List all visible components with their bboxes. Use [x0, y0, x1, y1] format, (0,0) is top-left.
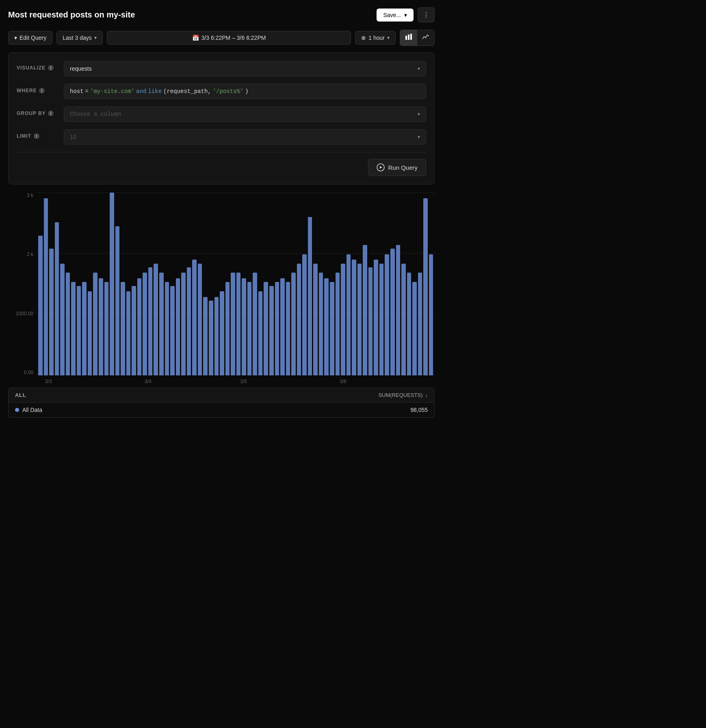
bar — [126, 291, 131, 375]
run-query-button[interactable]: Run Query — [368, 159, 426, 176]
save-label: Save... — [383, 12, 401, 18]
interval-button[interactable]: ⊕ 1 hour ▾ — [355, 31, 396, 45]
query-panel: VISUALIZE i requests ▾ WHERE i host = 'm… — [8, 52, 435, 184]
calendar-icon: 📅 — [192, 35, 199, 41]
date-range-button[interactable]: Last 3 days ▾ — [56, 31, 103, 45]
x-axis-label: 3/5 — [240, 379, 247, 384]
bar — [352, 260, 356, 375]
visualize-label: VISUALIZE i — [17, 61, 57, 71]
bar — [165, 282, 169, 375]
clock-icon: ⊕ — [361, 35, 366, 41]
bar — [247, 282, 252, 375]
bar — [407, 273, 411, 375]
bars-area — [37, 193, 435, 375]
bar — [401, 264, 406, 376]
bar — [341, 264, 345, 376]
group-by-label: GROUP BY i — [17, 106, 57, 116]
interval-label: 1 hour — [368, 35, 385, 41]
bar — [88, 291, 92, 375]
bar — [363, 245, 367, 375]
bar — [132, 286, 136, 375]
edit-query-button[interactable]: ▾ Edit Query — [8, 31, 52, 45]
bar — [38, 236, 43, 375]
where-code-like: like — [148, 88, 162, 95]
where-code-host: host — [70, 88, 84, 95]
x-axis-label: 3/3 — [45, 379, 52, 384]
line-chart-icon — [422, 35, 429, 42]
run-query-row: Run Query — [17, 152, 426, 176]
bar-chart-icon — [405, 35, 412, 42]
bottom-table-header: ALL SUM(REQUESTS) ↓ — [8, 388, 435, 403]
bar — [198, 264, 202, 376]
group-by-placeholder: Choose a column — [70, 111, 121, 117]
bar — [192, 260, 197, 375]
bar — [110, 193, 114, 375]
save-button[interactable]: Save... ▾ — [377, 9, 414, 22]
bar — [121, 282, 125, 375]
bar — [82, 282, 87, 375]
group-by-info-icon[interactable]: i — [48, 110, 54, 116]
bar — [264, 282, 268, 375]
bar — [236, 273, 241, 375]
limit-info-icon[interactable]: i — [34, 133, 39, 139]
play-icon — [377, 163, 385, 171]
date-from-to: 3/3 6:22PM – 3/6 6:22PM — [201, 35, 266, 41]
bar — [286, 282, 290, 375]
header-actions: Save... ▾ ⋮ — [377, 7, 435, 22]
visualize-info-icon[interactable]: i — [48, 65, 54, 71]
sum-requests-label: SUM(REQUESTS) — [378, 392, 422, 398]
bar — [225, 282, 230, 375]
bar — [71, 282, 76, 375]
bar — [49, 249, 54, 375]
bar — [374, 260, 378, 375]
where-code-eq: = — [85, 88, 89, 95]
date-picker-button[interactable]: 📅 3/3 6:22PM – 3/6 6:22PM — [107, 31, 351, 45]
visualize-dropdown[interactable]: requests ▾ — [64, 61, 426, 76]
x-axis: 3/33/43/53/6 — [37, 375, 435, 388]
where-info-icon[interactable]: i — [39, 88, 45, 93]
date-range-label: Last 3 days — [63, 35, 92, 41]
x-axis-label: 3/6 — [340, 379, 347, 384]
bar — [143, 273, 147, 375]
bar — [187, 267, 191, 375]
bar — [412, 282, 417, 375]
bar — [242, 278, 246, 375]
x-axis-label: 3/4 — [145, 379, 152, 384]
run-query-label: Run Query — [388, 164, 418, 171]
where-row: WHERE i host = 'my-site.com' and like (r… — [17, 84, 426, 99]
page-header: Most requested posts on my-site Save... … — [0, 0, 443, 30]
bar — [93, 273, 97, 375]
group-by-dropdown[interactable]: Choose a column ▾ — [64, 106, 426, 122]
more-options-button[interactable]: ⋮ — [418, 7, 435, 22]
bar — [297, 264, 301, 376]
bar — [176, 278, 180, 375]
svg-rect-1 — [408, 35, 409, 40]
limit-value: 10 — [70, 134, 76, 140]
limit-input[interactable]: 10 ▾ — [64, 129, 426, 145]
bar — [269, 286, 274, 375]
y-label-2k: 2 k — [27, 251, 33, 257]
bar — [231, 273, 235, 375]
bar — [253, 273, 257, 375]
bar — [170, 286, 175, 375]
bar — [324, 278, 329, 375]
sort-down-icon: ↓ — [425, 392, 428, 398]
bar — [396, 245, 401, 375]
bar — [159, 273, 164, 375]
where-input[interactable]: host = 'my-site.com' and like (request_p… — [64, 84, 426, 99]
chevron-down-icon: ▾ — [418, 111, 420, 117]
where-code-args: (request_path, — [163, 88, 211, 95]
chevron-down-icon: ▾ — [94, 35, 97, 41]
bar-chart-view-button[interactable] — [400, 30, 417, 46]
y-label-3k: 3 k — [27, 193, 33, 198]
all-label: ALL — [15, 392, 26, 398]
limit-row: LIMIT i 10 ▾ — [17, 129, 426, 145]
where-code-val1: 'my-site.com' — [90, 88, 134, 95]
bar — [154, 264, 158, 376]
bar — [214, 297, 219, 375]
data-row-value: 98,055 — [410, 407, 428, 413]
line-chart-view-button[interactable] — [417, 30, 434, 46]
where-label: WHERE i — [17, 84, 57, 93]
bar — [44, 198, 48, 375]
y-label-0: 0.00 — [24, 370, 33, 375]
